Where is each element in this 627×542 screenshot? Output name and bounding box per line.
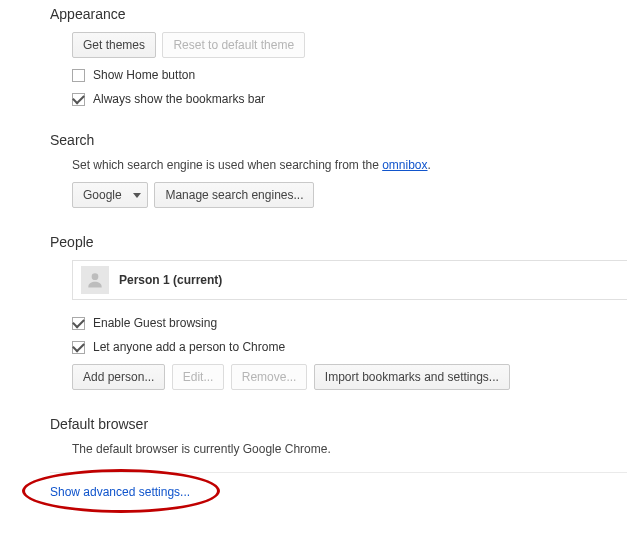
edit-person-button: Edit...	[172, 364, 225, 390]
divider	[50, 472, 627, 473]
show-advanced-settings-link[interactable]: Show advanced settings...	[50, 485, 190, 499]
add-person-button[interactable]: Add person...	[72, 364, 165, 390]
search-engine-select[interactable]: Google	[72, 182, 148, 208]
anyone-add-checkbox[interactable]: Let anyone add a person to Chrome	[72, 340, 627, 354]
show-home-label: Show Home button	[93, 68, 195, 82]
import-bookmarks-button[interactable]: Import bookmarks and settings...	[314, 364, 510, 390]
person-row[interactable]: Person 1 (current)	[72, 260, 627, 300]
bookmarks-bar-label: Always show the bookmarks bar	[93, 92, 265, 106]
bookmarks-bar-checkbox[interactable]: Always show the bookmarks bar	[72, 92, 627, 106]
section-title-people: People	[0, 228, 627, 260]
guest-browsing-label: Enable Guest browsing	[93, 316, 217, 330]
svg-point-0	[92, 273, 99, 280]
manage-search-engines-button[interactable]: Manage search engines...	[154, 182, 314, 208]
person-name: Person 1 (current)	[119, 273, 222, 287]
checkbox-icon	[72, 69, 85, 82]
remove-person-button: Remove...	[231, 364, 308, 390]
get-themes-button[interactable]: Get themes	[72, 32, 156, 58]
section-default-browser: Default browser The default browser is c…	[0, 410, 627, 456]
section-people: People Person 1 (current) Enable Guest b…	[0, 228, 627, 390]
section-title-search: Search	[0, 126, 627, 158]
chevron-down-icon	[133, 193, 141, 198]
checkbox-checked-icon	[72, 341, 85, 354]
reset-theme-button: Reset to default theme	[162, 32, 305, 58]
search-description: Set which search engine is used when sea…	[72, 158, 627, 172]
avatar-icon	[81, 266, 109, 294]
section-appearance: Appearance Get themes Reset to default t…	[0, 0, 627, 106]
default-browser-description: The default browser is currently Google …	[72, 442, 627, 456]
anyone-add-label: Let anyone add a person to Chrome	[93, 340, 285, 354]
show-home-checkbox[interactable]: Show Home button	[72, 68, 627, 82]
omnibox-link[interactable]: omnibox	[382, 158, 427, 172]
checkbox-checked-icon	[72, 317, 85, 330]
section-title-default-browser: Default browser	[0, 410, 627, 442]
guest-browsing-checkbox[interactable]: Enable Guest browsing	[72, 316, 627, 330]
checkbox-checked-icon	[72, 93, 85, 106]
section-title-appearance: Appearance	[0, 0, 627, 32]
section-search: Search Set which search engine is used w…	[0, 126, 627, 208]
